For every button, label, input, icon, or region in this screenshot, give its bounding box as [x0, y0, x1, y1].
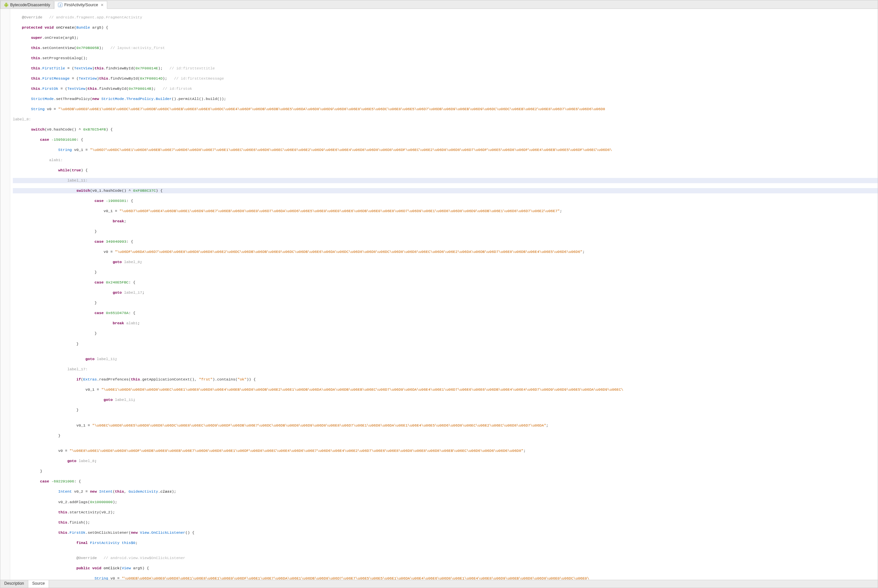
bottom-tab-source[interactable]: Source [28, 580, 49, 588]
svg-text:J: J [60, 4, 61, 7]
bottom-tab-description[interactable]: Description [0, 580, 28, 588]
tab-source[interactable]: J FirstActivity/Source ✕ [54, 1, 107, 9]
tab-bytecode[interactable]: Bytecode/Disassembly [0, 1, 54, 9]
tab-bytecode-label: Bytecode/Disassembly [10, 3, 50, 7]
code-content: @Override // androidx.fragment.app.Fragm… [10, 9, 878, 580]
editor-area: Bytecode/Disassembly J FirstActivity/Sou… [0, 0, 878, 588]
tab-source-label: FirstActivity/Source [64, 3, 98, 7]
gutter [0, 9, 10, 580]
code-view[interactable]: @Override // androidx.fragment.app.Fragm… [0, 9, 878, 580]
close-icon[interactable]: ✕ [100, 3, 103, 7]
android-icon [4, 3, 9, 7]
bottom-tab-bar: Description Source [0, 580, 878, 588]
editor-tab-bar: Bytecode/Disassembly J FirstActivity/Sou… [0, 0, 878, 9]
bottom-tab-description-label: Description [4, 581, 24, 586]
java-file-icon: J [58, 3, 63, 7]
bottom-tab-source-label: Source [32, 581, 45, 586]
